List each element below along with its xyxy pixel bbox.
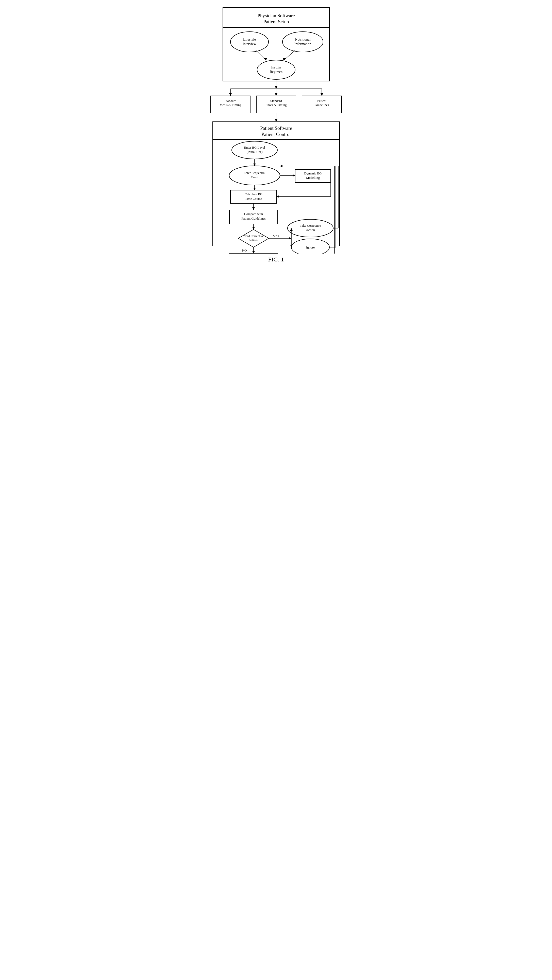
- lifestyle-interview-line1: Lifestyle: [243, 38, 256, 41]
- calculate-bg-line2: Time Course: [245, 197, 262, 200]
- enter-sequential-line1: Enter Sequential: [243, 171, 265, 175]
- enter-bg-line1: Enter BG Level: [244, 146, 265, 150]
- svg-marker-59: [252, 251, 255, 253]
- compare-line1: Compare with: [244, 212, 263, 216]
- svg-point-3: [282, 32, 323, 52]
- patient-software-title-line2: Patient Control: [262, 132, 291, 137]
- dynamic-bg-line1: Dynamic BG: [304, 172, 322, 175]
- patient-guidelines-line2: Guidelines: [314, 103, 329, 107]
- compare-line2: Patient Guidelines: [241, 216, 266, 220]
- svg-marker-13: [229, 93, 232, 96]
- standard-shots-line2: Shots & Timing: [265, 103, 287, 107]
- svg-marker-15: [275, 93, 278, 96]
- nutritional-info-line2: Information: [294, 42, 311, 46]
- lifestyle-interview-line2: Interview: [242, 42, 257, 46]
- diamond-line2: Action?: [249, 239, 258, 242]
- svg-marker-17: [321, 93, 323, 96]
- figure-label: FIG. 1: [205, 256, 347, 263]
- calculate-bg-line1: Calculate BG: [244, 192, 262, 196]
- physician-title-line2: Patient Setup: [263, 19, 289, 24]
- svg-point-8: [257, 60, 295, 80]
- patient-guidelines-line1: Patient: [317, 99, 326, 103]
- insulin-regimen-line1: Insulin: [271, 65, 281, 69]
- standard-meals-line1: Standard: [224, 99, 236, 103]
- ignore-label: Ignore: [306, 245, 315, 249]
- enter-bg-line2: (Initial Use): [246, 150, 262, 154]
- page: Physician Software Patient Setup Lifesty…: [205, 5, 347, 263]
- svg-point-2: [230, 32, 268, 52]
- enter-sequential-line2: Event: [250, 175, 258, 179]
- take-corrective-line2: Action: [306, 228, 315, 232]
- physician-title-line1: Physician Software: [257, 13, 295, 18]
- yes-label: YES: [273, 234, 279, 238]
- standard-meals-line2: Meals & Timing: [220, 103, 241, 107]
- insulin-regimen-line2: Regimen: [270, 70, 282, 74]
- standard-shots-line1: Standard: [270, 99, 282, 103]
- no-label: NO: [242, 248, 247, 252]
- nutritional-info-line1: Nutritional: [295, 38, 311, 41]
- diamond-line1: Need Corrective: [243, 234, 263, 238]
- dynamic-bg-line2: Modelling: [306, 176, 320, 180]
- svg-marker-10: [275, 86, 278, 89]
- flowchart-diagram: Physician Software Patient Setup Lifesty…: [205, 5, 347, 253]
- take-corrective-line1: Take Corrective: [300, 224, 321, 228]
- svg-marker-22: [275, 119, 278, 122]
- patient-software-title-line1: Patient Software: [260, 126, 292, 131]
